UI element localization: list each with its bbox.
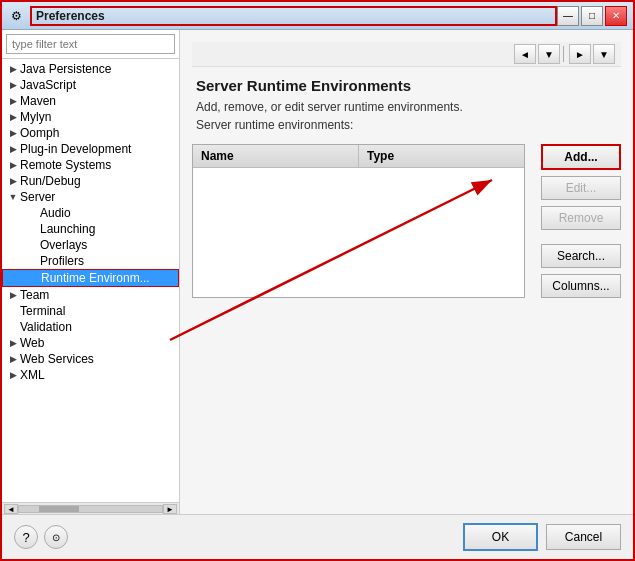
panel-header: Server Runtime Environments Add, remove,…: [192, 67, 621, 144]
tree-item-label-team: Team: [20, 288, 49, 302]
action-buttons: Add... Edit... Remove Search... Columns.…: [541, 144, 621, 298]
tree-item-javascript[interactable]: ▶JavaScript: [2, 77, 179, 93]
tree-item-label-web-services: Web Services: [20, 352, 94, 366]
table-body[interactable]: [193, 168, 524, 297]
panel-sub-label: Server runtime environments:: [196, 118, 617, 132]
title-bar-buttons: — □ ✕: [557, 6, 627, 26]
tree-item-oomph[interactable]: ▶Oomph: [2, 125, 179, 141]
tree-item-server-profilers[interactable]: Profilers: [2, 253, 179, 269]
filter-input[interactable]: [6, 34, 175, 54]
preferences-button[interactable]: ⊙: [44, 525, 68, 549]
tree-item-label-terminal: Terminal: [20, 304, 65, 318]
tree-container[interactable]: ▶Java Persistence▶JavaScript▶Maven▶Mylyn…: [2, 59, 179, 502]
left-panel: ▶Java Persistence▶JavaScript▶Maven▶Mylyn…: [2, 30, 180, 514]
expand-arrow-server-overlays: [26, 238, 40, 252]
tree-item-label-server-runtime: Runtime Environm...: [41, 271, 150, 285]
tree-item-label-web: Web: [20, 336, 44, 350]
expand-arrow-web: ▶: [6, 336, 20, 350]
tree-item-label-validation: Validation: [20, 320, 72, 334]
expand-arrow-team: ▶: [6, 288, 20, 302]
tree-item-validation[interactable]: Validation: [2, 319, 179, 335]
scroll-left-btn[interactable]: ◄: [4, 504, 18, 514]
tree-item-web-services[interactable]: ▶Web Services: [2, 351, 179, 367]
scroll-track: [18, 505, 163, 513]
help-button[interactable]: ?: [14, 525, 38, 549]
col-header-type: Type: [359, 145, 524, 167]
expand-arrow-server: ▼: [6, 190, 20, 204]
tree-item-label-run-debug: Run/Debug: [20, 174, 81, 188]
expand-arrow-java-persistence: ▶: [6, 62, 20, 76]
tree-item-server-runtime[interactable]: Runtime Environm...: [2, 269, 179, 287]
tree-item-web[interactable]: ▶Web: [2, 335, 179, 351]
expand-arrow-remote-systems: ▶: [6, 158, 20, 172]
tree-item-server[interactable]: ▼Server: [2, 189, 179, 205]
panel-title: Server Runtime Environments: [196, 77, 617, 94]
separator: [563, 46, 564, 62]
tree-item-mylyn[interactable]: ▶Mylyn: [2, 109, 179, 125]
expand-arrow-javascript: ▶: [6, 78, 20, 92]
maximize-button[interactable]: □: [581, 6, 603, 26]
tree-item-remote-systems[interactable]: ▶Remote Systems: [2, 157, 179, 173]
tree-item-maven[interactable]: ▶Maven: [2, 93, 179, 109]
tree-item-label-plugin-development: Plug-in Development: [20, 142, 131, 156]
expand-arrow-mylyn: ▶: [6, 110, 20, 124]
table-area: Name Type: [192, 144, 525, 298]
edit-button[interactable]: Edit...: [541, 176, 621, 200]
expand-arrow-xml: ▶: [6, 368, 20, 382]
tree-item-server-audio[interactable]: Audio: [2, 205, 179, 221]
tree-item-label-server-profilers: Profilers: [40, 254, 84, 268]
expand-arrow-server-runtime: [27, 271, 41, 285]
expand-arrow-server-audio: [26, 206, 40, 220]
bottom-buttons-row: ? ⊙ OK Cancel: [2, 514, 633, 559]
title-bar: ⚙ Preferences — □ ✕: [2, 2, 633, 30]
preferences-window: ⚙ Preferences — □ ✕ ▶Java Persistence▶Ja…: [0, 0, 635, 561]
forward-dropdown-button[interactable]: ▼: [593, 44, 615, 64]
tree-item-label-server-launching: Launching: [40, 222, 95, 236]
forward-button[interactable]: ►: [569, 44, 591, 64]
right-panel: ◄ ▼ ► ▼ Server Runtime Environments Add,…: [180, 30, 633, 514]
expand-arrow-server-profilers: [26, 254, 40, 268]
add-button[interactable]: Add...: [541, 144, 621, 170]
scroll-thumb[interactable]: [39, 506, 79, 512]
scroll-right-btn[interactable]: ►: [163, 504, 177, 514]
tree-item-server-launching[interactable]: Launching: [2, 221, 179, 237]
window-icon: ⚙: [8, 8, 24, 24]
tree-item-run-debug[interactable]: ▶Run/Debug: [2, 173, 179, 189]
back-button[interactable]: ◄: [514, 44, 536, 64]
tree-item-label-xml: XML: [20, 368, 45, 382]
tree-item-label-server-overlays: Overlays: [40, 238, 87, 252]
columns-button[interactable]: Columns...: [541, 274, 621, 298]
tree-item-server-overlays[interactable]: Overlays: [2, 237, 179, 253]
tree-item-label-oomph: Oomph: [20, 126, 59, 140]
close-button[interactable]: ✕: [605, 6, 627, 26]
expand-arrow-oomph: ▶: [6, 126, 20, 140]
minimize-button[interactable]: —: [557, 6, 579, 26]
nav-bar: ◄ ▼ ► ▼: [192, 42, 621, 67]
tree-item-label-remote-systems: Remote Systems: [20, 158, 111, 172]
panel-description: Add, remove, or edit server runtime envi…: [196, 100, 617, 114]
table-buttons-row: Name Type Add... Edit... Remove Search..…: [192, 144, 621, 298]
remove-button[interactable]: Remove: [541, 206, 621, 230]
horizontal-scrollbar[interactable]: ◄ ►: [2, 502, 179, 514]
tree-item-xml[interactable]: ▶XML: [2, 367, 179, 383]
tree-item-plugin-development[interactable]: ▶Plug-in Development: [2, 141, 179, 157]
table-header: Name Type: [193, 145, 524, 168]
tree-item-label-maven: Maven: [20, 94, 56, 108]
tree-item-terminal[interactable]: Terminal: [2, 303, 179, 319]
main-container: ▶Java Persistence▶JavaScript▶Maven▶Mylyn…: [2, 30, 633, 514]
tree-item-team[interactable]: ▶Team: [2, 287, 179, 303]
tree-item-label-server: Server: [20, 190, 55, 204]
expand-arrow-maven: ▶: [6, 94, 20, 108]
search-button[interactable]: Search...: [541, 244, 621, 268]
filter-box: [2, 30, 179, 59]
bottom-left-icons: ? ⊙: [14, 525, 68, 549]
tree-item-java-persistence[interactable]: ▶Java Persistence: [2, 61, 179, 77]
expand-arrow-server-launching: [26, 222, 40, 236]
expand-arrow-web-services: ▶: [6, 352, 20, 366]
dropdown-button[interactable]: ▼: [538, 44, 560, 64]
expand-arrow-run-debug: ▶: [6, 174, 20, 188]
cancel-button[interactable]: Cancel: [546, 524, 621, 550]
tree-item-label-server-audio: Audio: [40, 206, 71, 220]
ok-button[interactable]: OK: [463, 523, 538, 551]
window-title: Preferences: [30, 6, 557, 26]
